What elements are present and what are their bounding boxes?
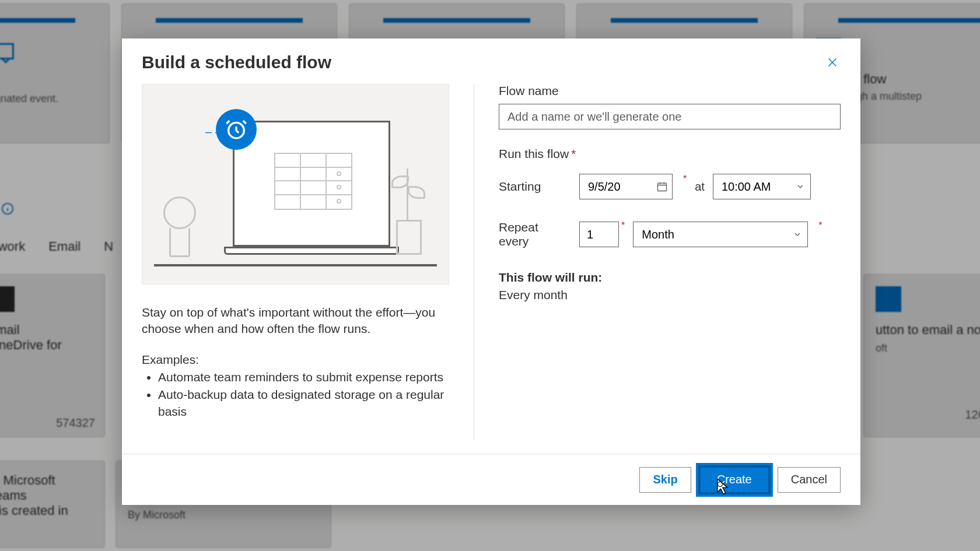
run-summary-text: Every month <box>499 288 841 302</box>
at-label: at <box>695 180 705 194</box>
start-date-input[interactable] <box>579 174 673 199</box>
repeat-label: Repeat every <box>499 220 571 248</box>
repeat-unit-select[interactable]: Month <box>633 222 808 247</box>
starting-label: Starting <box>499 180 571 194</box>
dialog-left-pane: – – ✦ <box>142 84 474 440</box>
skip-button[interactable]: Skip <box>639 467 691 493</box>
cancel-button[interactable]: Cancel <box>778 467 841 493</box>
examples-heading: Examples: <box>142 352 449 368</box>
dialog-description: Stay on top of what's important without … <box>142 304 449 420</box>
flow-name-label: Flow name <box>499 84 841 98</box>
dialog-footer: Skip Create Cancel <box>122 454 860 505</box>
repeat-count-input[interactable] <box>579 222 619 247</box>
run-summary-label: This flow will run: <box>499 271 841 285</box>
scheduled-flow-dialog: Build a scheduled flow – – ✦ <box>122 38 860 505</box>
close-icon <box>826 56 839 69</box>
example-item: Auto-backup data to designated storage o… <box>158 387 449 420</box>
create-button[interactable]: Create <box>698 465 771 494</box>
dialog-title: Build a scheduled flow <box>142 52 331 72</box>
examples-list: Automate team reminders to submit expens… <box>142 369 449 420</box>
scheduled-flow-illustration: – – ✦ <box>142 84 449 285</box>
start-time-select[interactable]: 10:00 AM <box>713 174 811 199</box>
flow-name-input[interactable] <box>499 104 841 129</box>
run-flow-label: Run this flow* <box>499 147 841 161</box>
close-button[interactable] <box>824 54 841 71</box>
alarm-clock-icon <box>216 109 257 150</box>
dialog-form: Flow name Run this flow* Starting * at <box>474 84 841 440</box>
example-item: Automate team reminders to submit expens… <box>158 369 449 385</box>
description-text: Stay on top of what's important without … <box>142 304 449 338</box>
